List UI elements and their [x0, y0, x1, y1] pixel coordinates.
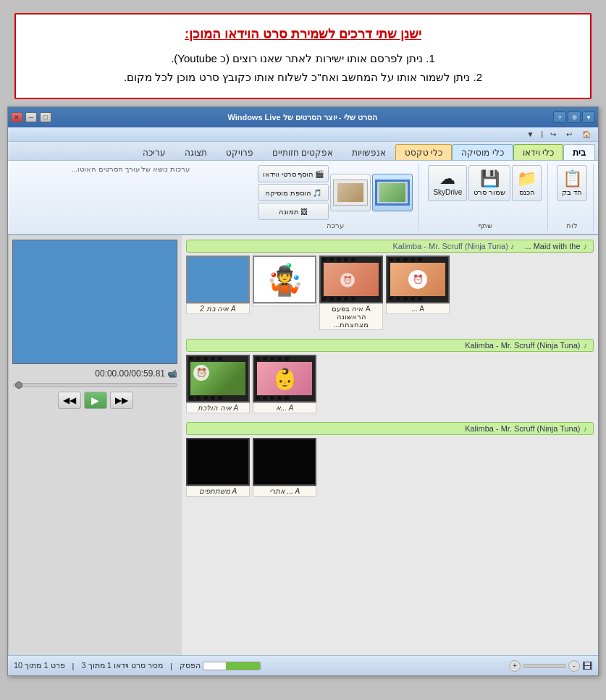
tab-video[interactable]: כלי וידאו: [513, 144, 563, 160]
child-photo-3: ⏰: [324, 263, 379, 296]
prev-frame-button[interactable]: ◀◀: [58, 392, 81, 409]
music-note-icon-3: ♪: [584, 424, 588, 433]
clip-content-4: ⏰: [390, 263, 445, 296]
film-strip-bottom-3: [321, 296, 382, 302]
frame2-button[interactable]: [330, 174, 371, 211]
frame-section: 🎬 הוסף סרטי ווידאו 🎵 הוספת מוסיקה 🖼 תמונ…: [252, 164, 420, 231]
maximize-button[interactable]: □: [40, 112, 51, 122]
clip-item-5[interactable]: ⏰ A איה הולכת: [186, 355, 250, 413]
quickbar-view[interactable]: ▼: [523, 130, 536, 138]
seek-handle[interactable]: [15, 381, 22, 389]
window-controls: ✕ ─ □: [11, 112, 51, 122]
quickbar-separator: |: [541, 130, 543, 138]
clip-thumb-8: [253, 438, 316, 486]
film-strip-top-3: [321, 257, 382, 263]
clip-label-7: A משתתפים: [186, 486, 250, 497]
ribbon-toolbar: 📋 הד בק לוח 📁 הכנס 💾 שמור סרט ☁ SkyDr: [8, 161, 598, 235]
tab-animations[interactable]: אנפשויות: [342, 144, 395, 160]
title-bar: ✕ ─ □ הסרט שלי - יוצר הסרטים של Windows …: [8, 107, 598, 127]
tab-visual[interactable]: אפקטים חזותיים: [263, 144, 342, 160]
preview-panel: 📹 00:00.00/00:59.81 ◀◀ ▶ ▶▶: [8, 235, 182, 655]
film-strip-bottom-5: [188, 395, 248, 401]
clip-item-1[interactable]: A איה בת 2: [186, 256, 250, 314]
status-separator: |: [170, 662, 172, 670]
import-label: הכנס: [519, 188, 535, 196]
instruction-point1: 1. ניתן לפרסם אותו ישירות לאתר שאנו רוצי…: [33, 49, 573, 68]
clipboard-buttons: 📋 הד בק: [557, 165, 587, 201]
clip-label-3: A איה בפעם הראשונה מצחצחת...: [319, 303, 383, 330]
play-icon: ▶: [91, 395, 99, 406]
clip-item-7[interactable]: A משתתפים: [186, 438, 250, 497]
seek-bar[interactable]: [13, 383, 177, 387]
clip-group-2: ♪ Kalimba - Mr. Scruff (Ninja Tuna) ⏰: [186, 339, 594, 413]
minimize-button[interactable]: ─: [25, 112, 37, 122]
settings-button[interactable]: ⚙: [568, 111, 581, 123]
zoom-in-button[interactable]: +: [509, 660, 521, 672]
tab-view[interactable]: תצוגה: [175, 144, 216, 160]
tab-music[interactable]: כלי מוסיקה: [452, 144, 513, 160]
quickbar-home[interactable]: 🏠: [579, 130, 594, 138]
quickbar-undo[interactable]: ↩: [563, 130, 575, 138]
add-video-button[interactable]: 🎬 הוסף סרטי ווידאו: [258, 165, 329, 182]
clip-item-4[interactable]: ⏰ A ...: [386, 256, 450, 314]
preview-screen: [12, 240, 177, 364]
clip-label-5: A איה הולכת: [186, 402, 250, 413]
film-strip-bottom-6: [254, 395, 315, 401]
add-music-icon: 🎵: [313, 189, 321, 197]
clipboard-section: 📋 הד בק לוח: [551, 164, 594, 231]
paste-button[interactable]: 📋 הד בק: [557, 165, 587, 201]
clip-label-4: A ...: [386, 303, 450, 314]
next-frame-button[interactable]: ▶▶: [110, 392, 133, 409]
clip-thumb-7: [186, 438, 250, 486]
zoom-out-button[interactable]: -: [568, 660, 580, 672]
progress-fill: [226, 662, 260, 670]
clip-item-3[interactable]: ⏰ A איה בפעם הראשונה מצחצחת...: [319, 256, 383, 330]
add-music-button[interactable]: 🎵 הוספת מוסיקה: [258, 184, 329, 201]
film-strip-top-5: [188, 356, 248, 362]
clip-group-1-label: Maid with the ...: [524, 242, 580, 250]
skydrive-button[interactable]: ☁ SkyDrive: [428, 165, 467, 201]
paste-label: הד בק: [562, 188, 582, 196]
video-info-text: מכיר סרט וידאו 1 מתוך 3: [81, 661, 163, 670]
tab-text[interactable]: כלי טקסט: [395, 144, 452, 160]
close-button[interactable]: ✕: [11, 112, 22, 122]
clips-row-2: ⏰ A איה הולכת: [186, 355, 594, 413]
clip-thumb-3: ⏰: [319, 256, 383, 303]
save-button[interactable]: 💾 שמור סרט: [468, 165, 510, 201]
clip-label-2: [253, 303, 316, 306]
filmstrip-icon[interactable]: 🎞: [582, 660, 592, 672]
zoom-slider[interactable]: [523, 664, 566, 668]
quickbar-redo[interactable]: ↪: [547, 130, 559, 138]
add-music-label: הוספת מוסיקה: [265, 189, 311, 197]
film-strip-top-4: [387, 257, 448, 263]
add-photo-button[interactable]: 🖼 תמונה: [258, 203, 329, 220]
add-video-label: הוסף סרטי ווידאו: [263, 170, 314, 178]
import-button[interactable]: 📁 הכנס: [512, 165, 542, 201]
ribbon-tabs: בית כלי וידאו כלי מוסיקה כלי טקסט אנפשוי…: [8, 142, 598, 161]
music-note-icon-2: ♪: [584, 341, 588, 350]
clip-item-2[interactable]: 🤹: [253, 256, 316, 306]
help-button[interactable]: ?: [553, 111, 566, 123]
instruction-body: 1. ניתן לפרסם אותו ישירות לאתר שאנו רוצי…: [33, 49, 573, 86]
film-strip-top-6: [254, 356, 315, 362]
share-label: שתף: [478, 222, 492, 229]
clip-info-text: פרט 1 מתוך 10: [14, 661, 65, 670]
clip-group-3-title: ♪ Kalimba - Mr. Scruff (Ninja Tuna): [186, 422, 594, 435]
tab-project[interactable]: פרויקט: [216, 144, 263, 160]
time-total: 00:59.81: [131, 368, 165, 379]
preview-time-row: 📹 00:00.00/00:59.81: [13, 368, 177, 379]
play-button[interactable]: ▶: [84, 392, 107, 409]
next-frame-icon: ▶▶: [115, 395, 128, 405]
stop-label[interactable]: הפסק: [180, 661, 201, 670]
add-buttons: 📁 הכנס 💾 שמור סרט ☁ SkyDrive: [428, 165, 542, 201]
add-photo-label: תמונה: [279, 208, 299, 216]
frame-select-button[interactable]: [372, 174, 413, 211]
skydrive-label: SkyDrive: [433, 188, 462, 196]
tab-home[interactable]: בית: [563, 144, 595, 160]
tab-edit[interactable]: עריכה: [133, 144, 175, 160]
clip-item-8[interactable]: A ... אתרי: [253, 438, 316, 497]
clip-item-6[interactable]: 👶 A ...א: [253, 355, 316, 413]
window-title: הסרט שלי - יוצר הסרטים של Windows Live: [227, 113, 376, 122]
menu-button[interactable]: ▼: [582, 111, 595, 123]
clip-group-1b-label: ♪ Kalimba - Mr. Scruff (Ninja Tuna): [393, 242, 515, 250]
